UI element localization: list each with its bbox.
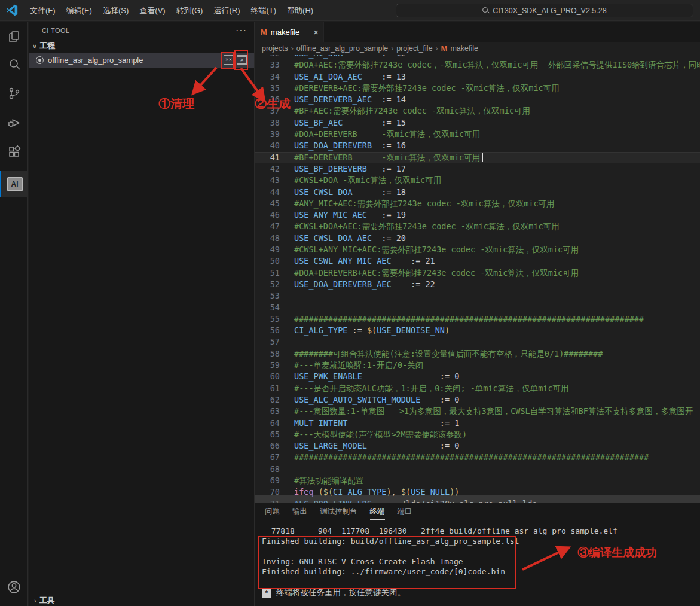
- panel-tab-调试控制台[interactable]: 调试控制台: [320, 507, 357, 520]
- explorer-icon[interactable]: [0, 25, 28, 49]
- code-line: 34USE_AI_DOA_AEC := 13: [255, 71, 700, 83]
- code-line: 66USE_LARGE_MODEL := 0: [255, 440, 700, 452]
- menu-item[interactable]: 编辑(E): [61, 0, 97, 21]
- line-number: 35: [255, 83, 280, 94]
- code-line: 39#DOA+DEREVERB -双mic算法，仅双mic可用: [255, 129, 700, 140]
- line-number: 53: [255, 290, 280, 302]
- bottom-panel: 问题输出调试控制台终端端口 77818 904 117708 196430 2f…: [254, 503, 700, 606]
- ci-tool-icon[interactable]: Ai: [0, 171, 28, 197]
- line-number: 44: [255, 187, 280, 198]
- line-number: 62: [255, 394, 280, 406]
- code-line: 44USE_CWSL_DOA := 18: [255, 187, 700, 198]
- line-number: 34: [255, 71, 280, 83]
- run-debug-icon[interactable]: [0, 111, 28, 135]
- breadcrumb-item[interactable]: projects: [262, 44, 288, 53]
- menu-item[interactable]: 查看(V): [134, 0, 170, 21]
- clean-action-icon[interactable]: ✕✕: [224, 55, 234, 65]
- menu-item[interactable]: 运行(R): [208, 0, 245, 21]
- line-number: 64: [255, 418, 280, 429]
- account-icon[interactable]: [0, 575, 28, 599]
- line-number: 49: [255, 244, 280, 255]
- text-cursor: [482, 153, 483, 162]
- breadcrumb-item[interactable]: makefile: [450, 44, 478, 53]
- line-number: 43: [255, 175, 280, 186]
- more-actions-icon[interactable]: ···: [236, 25, 247, 36]
- radio-selected-icon: [36, 56, 44, 64]
- tab-makefile[interactable]: M makefile ×: [255, 22, 324, 42]
- code-line: 62USE_ALC_AUTO_SWITCH_MODULE := 0: [255, 394, 700, 406]
- menu-item[interactable]: 文件(F): [25, 0, 61, 21]
- code-line: 63#---意图数量:1-单意图 >1为多意图，最大支持3意图，CWSL自学习算…: [255, 406, 700, 417]
- panel-tab-输出[interactable]: 输出: [292, 507, 307, 520]
- line-number: 37: [255, 105, 280, 117]
- code-line: 59#---单麦就近唤醒:1-开启/0-关闭: [255, 360, 700, 371]
- extensions-icon[interactable]: [0, 140, 28, 164]
- code-line: 50USE_CSWL_ANY_MIC_AEC := 21: [255, 255, 700, 267]
- settings-gear-icon[interactable]: [0, 604, 28, 606]
- title-bar: 文件(F)编辑(E)选择(S)查看(V)转到(G)运行(R)终端(T)帮助(H)…: [0, 0, 700, 21]
- panel-tab-问题[interactable]: 问题: [265, 507, 280, 520]
- search-view-icon[interactable]: [0, 53, 28, 77]
- line-number: 45: [255, 198, 280, 209]
- code-editor[interactable]: 32USE_AI_DOA := 1233#DOA+AEC:需要外部挂7243e …: [255, 55, 700, 503]
- breadcrumb-separator: ›: [291, 44, 294, 53]
- line-number: 61: [255, 383, 280, 394]
- code-line: 41#BF+DEREVERB -双mic算法，仅双mic可用: [255, 152, 700, 163]
- line-number: 42: [255, 163, 280, 175]
- code-line: 67######################################…: [255, 452, 700, 463]
- tree-item-label: offline_asr_alg_pro_sample: [48, 56, 143, 65]
- line-number: 55: [255, 313, 280, 325]
- breadcrumb-item[interactable]: offline_asr_alg_pro_sample: [296, 44, 388, 53]
- code-line: 38USE_BF_AEC := 15: [255, 117, 700, 129]
- code-line: 47#CWSL+DOA+AEC:需要外部挂7243e codec -双mic算法…: [255, 221, 700, 232]
- code-line: 33#DOA+AEC:需要外部挂7243e codec，-双mic算法，仅双mi…: [255, 59, 700, 71]
- terminal-output[interactable]: 77818 904 117708 196430 2ff4e build/offl…: [262, 526, 700, 577]
- chevron-right-icon: ›: [34, 597, 36, 604]
- menu-item[interactable]: 终端(T): [245, 0, 282, 21]
- line-number: 39: [255, 129, 280, 140]
- line-number: 68: [255, 464, 280, 475]
- code-line: 56CI_ALG_TYPE := $(USE_DENOISE_NN): [255, 325, 700, 336]
- menu-item[interactable]: 帮助(H): [282, 0, 319, 21]
- terminal-notice-text: 终端将被任务重用，按任意键关闭。: [276, 587, 405, 598]
- command-center-search[interactable]: CI130X_SDK_ALG_PRO_V2.5.28: [396, 4, 693, 17]
- tree-section-tools[interactable]: › 工具: [29, 595, 254, 606]
- code-line: 37#BF+AEC:需要外部挂7243e codec -双mic算法，仅双mic…: [255, 105, 700, 117]
- menu-bar: 文件(F)编辑(E)选择(S)查看(V)转到(G)运行(R)终端(T)帮助(H): [25, 0, 319, 21]
- tree-item-sample[interactable]: offline_asr_alg_pro_sample ✕✕ ✕: [29, 53, 254, 68]
- line-number: 69: [255, 475, 280, 486]
- code-line: 58########可组合算法使能(注意:设置变量值后面不能有空格，只能是0/1…: [255, 348, 700, 360]
- source-control-icon[interactable]: [0, 81, 28, 105]
- panel-tab-终端[interactable]: 终端: [370, 507, 385, 520]
- line-number: 67: [255, 452, 280, 463]
- code-line: 53: [255, 290, 700, 302]
- activity-bar: Ai: [0, 22, 28, 606]
- horizontal-scrollbar[interactable]: [255, 495, 700, 503]
- line-number: 57: [255, 336, 280, 348]
- editor-group: M makefile × projects›offline_asr_alg_pr…: [254, 22, 700, 503]
- line-number: 41: [255, 152, 280, 163]
- line-number: 40: [255, 140, 280, 151]
- code-line: 32USE_AI_DOA := 12: [255, 55, 700, 59]
- tab-label: makefile: [271, 28, 299, 36]
- close-icon[interactable]: ×: [313, 27, 319, 37]
- line-number: 38: [255, 117, 280, 129]
- line-number: 58: [255, 348, 280, 360]
- line-number: 59: [255, 360, 280, 371]
- code-line: 60USE_PWK_ENABLE := 0: [255, 371, 700, 382]
- panel-tab-端口[interactable]: 端口: [398, 507, 412, 520]
- line-number: 60: [255, 371, 280, 382]
- code-line: 45#ANY_MIC+AEC:需要外部挂7243e codec -双mic算法，…: [255, 198, 700, 209]
- code-line: 35#DEREVERB+AEC:需要外部挂7243e codec -双mic算法…: [255, 83, 700, 94]
- breadcrumb-item[interactable]: project_file: [396, 44, 432, 53]
- build-action-icon[interactable]: ✕: [237, 55, 247, 65]
- menu-item[interactable]: 转到(G): [171, 0, 209, 21]
- code-line: 46USE_ANY_MIC_AEC := 19: [255, 209, 700, 221]
- editor-tab-bar: M makefile ×: [255, 22, 700, 42]
- line-number: 52: [255, 279, 280, 290]
- code-line: 43#CWSL+DOA -双mic算法，仅双mic可用: [255, 175, 700, 186]
- tree-section-project[interactable]: ∨ 工程: [29, 39, 254, 53]
- menu-item[interactable]: 选择(S): [97, 0, 134, 21]
- breadcrumb-separator: ›: [436, 44, 438, 53]
- breadcrumb[interactable]: projects›offline_asr_alg_pro_sample›proj…: [255, 42, 700, 55]
